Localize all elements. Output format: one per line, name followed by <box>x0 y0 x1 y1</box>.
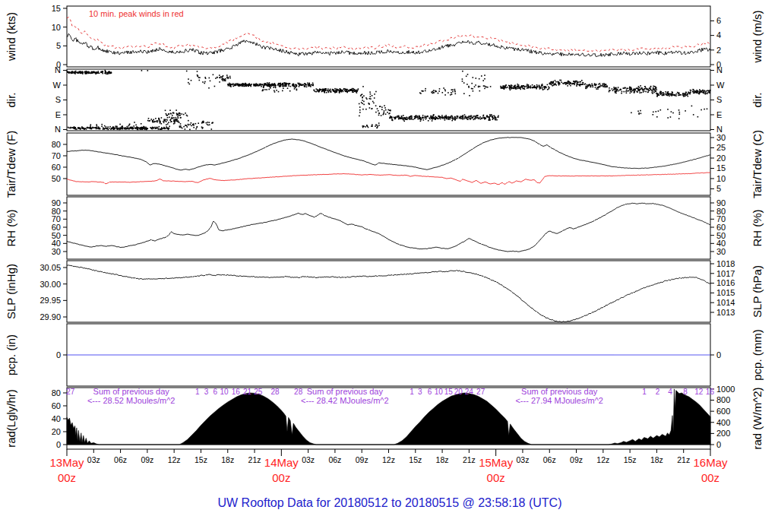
dir-dot <box>432 119 433 120</box>
dir-dot <box>417 117 419 119</box>
left-tick-label: 29.90 <box>40 312 61 321</box>
date-label-z: 00z <box>272 471 290 484</box>
dir-dot <box>612 88 613 90</box>
dir-dot <box>334 91 335 93</box>
dir-dot <box>631 87 632 88</box>
dir-dot <box>372 101 374 103</box>
dir-dot <box>137 128 138 129</box>
dir-dot <box>576 81 577 82</box>
dir-dot <box>573 81 574 82</box>
dir-dot <box>84 71 86 73</box>
dir-dot <box>470 119 471 120</box>
dir-dot <box>374 93 375 95</box>
dir-dot <box>558 81 559 83</box>
dir-dot <box>188 82 189 84</box>
rad-sum-value: <--- 28.52 MJoules/m^2 <box>87 396 176 405</box>
dir-dot <box>454 118 455 119</box>
dir-dot <box>465 116 466 118</box>
dir-dot <box>604 85 606 87</box>
dir-dot <box>183 114 185 116</box>
dir-dot <box>157 120 158 122</box>
dir-dot <box>318 91 320 93</box>
dir-dot <box>574 81 576 83</box>
dir-dot <box>674 94 675 96</box>
dir-dot <box>215 78 217 79</box>
dir-dot <box>311 84 312 86</box>
dir-dot <box>553 84 555 86</box>
dir-dot <box>315 91 317 93</box>
dir-dot <box>68 128 70 129</box>
dir-dot <box>317 89 318 90</box>
dir-dot <box>197 71 198 72</box>
dir-dot <box>504 87 505 89</box>
dir-dot <box>432 116 433 118</box>
weather-multipanel-chart: 0510150246wind (kts)wind (m/s)NWSENNWSEN… <box>0 0 778 532</box>
dir-dot <box>698 93 700 95</box>
dir-dot <box>167 117 169 119</box>
dir-dot <box>598 87 599 88</box>
dir-dot <box>454 89 456 90</box>
dir-dot <box>551 84 552 86</box>
right-tick-label: 5 <box>716 184 721 193</box>
dir-dot <box>270 84 272 86</box>
dir-dot <box>426 116 428 118</box>
dir-dot <box>222 78 223 80</box>
dir-dot <box>185 128 186 130</box>
right-tick-label: E <box>716 110 722 119</box>
dir-dot <box>387 112 388 113</box>
dir-dot <box>669 93 671 95</box>
dir-dot <box>688 96 689 97</box>
dir-dot <box>653 92 655 93</box>
dir-dot <box>165 110 166 112</box>
rad-progress-number: 3 <box>418 388 422 396</box>
dir-dot <box>502 87 504 89</box>
slp-right-axis-label: SLP (hPa) <box>751 265 764 318</box>
dir-dot <box>409 119 410 120</box>
hour-label: 06z <box>543 455 556 464</box>
rad-progress-number: 27 <box>476 388 485 396</box>
dir-dot <box>520 87 522 88</box>
dir-dot <box>264 83 265 84</box>
wind-right-axis-label: wind (m/s) <box>751 10 764 63</box>
dir-dot <box>693 89 694 90</box>
dir-dot <box>548 87 549 88</box>
right-tick-label: 1017 <box>716 269 735 278</box>
dir-dot <box>191 125 192 127</box>
dir-dot <box>679 112 681 113</box>
dir-dot <box>468 87 470 88</box>
dir-dot <box>381 106 383 108</box>
dir-dot <box>536 86 537 87</box>
dir-dot <box>180 125 182 127</box>
dir-dot <box>109 128 110 129</box>
rad-sum-label: Sum of previous day <box>521 387 598 396</box>
dir-dot <box>385 113 387 115</box>
hour-label: 12z <box>382 455 395 464</box>
dir-dot <box>101 124 103 125</box>
dir-dot <box>214 86 216 87</box>
dir-dot <box>206 122 207 124</box>
dir-dot <box>677 92 678 93</box>
dir-dot <box>653 90 654 92</box>
dir-dot <box>78 128 80 129</box>
dir-dot <box>80 72 81 74</box>
dir-dot <box>425 116 426 117</box>
dir-dot <box>363 101 365 103</box>
dir-dot <box>178 117 179 119</box>
dir-dot <box>702 92 704 93</box>
dir-dot <box>269 82 270 84</box>
dir-dot <box>339 92 340 93</box>
dir-dot <box>443 87 444 89</box>
dir-dot <box>391 118 393 119</box>
dir-dot <box>141 123 142 125</box>
dir-dot <box>665 93 666 95</box>
dir-dot <box>433 92 435 93</box>
dir-dot <box>195 128 197 130</box>
dir-dot <box>639 90 640 92</box>
dir-dot <box>518 86 520 87</box>
dir-dot <box>466 118 467 119</box>
dir-dot <box>182 113 183 115</box>
dir-dot <box>187 126 188 128</box>
dir-dot <box>324 88 326 90</box>
dir-dot <box>577 83 578 84</box>
dir-dot <box>363 95 365 97</box>
